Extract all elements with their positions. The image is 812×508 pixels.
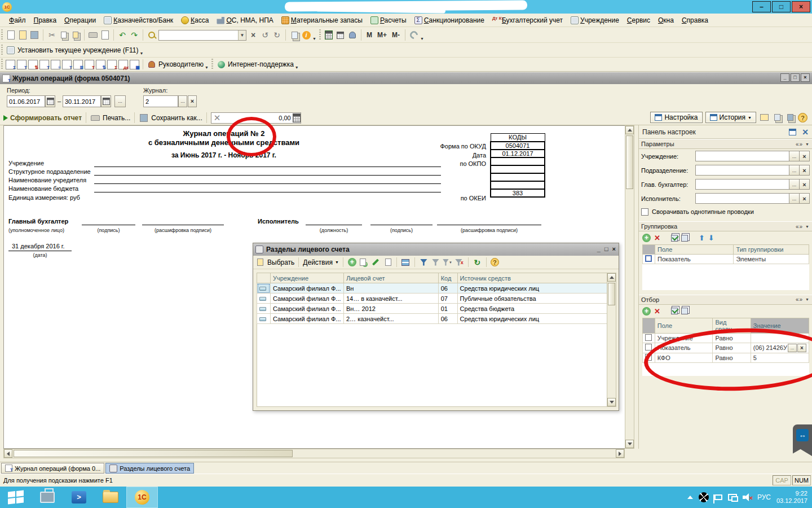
search-combobox[interactable]: ▼ <box>158 30 246 41</box>
date-to-input[interactable] <box>63 95 101 107</box>
report-icon-4[interactable]: Т <box>39 60 49 69</box>
table-row[interactable]: Самарский филиал Ф...Вн 06Средства юриди… <box>257 283 607 294</box>
table-row[interactable]: Самарский филиал Ф...Вн… 2012 01Средства… <box>257 304 607 314</box>
popup-close-button[interactable]: × <box>612 246 616 252</box>
menu-accounting[interactable]: Дт КтБухгалтерский учет <box>489 15 566 26</box>
undo-icon[interactable]: ↶ <box>117 30 127 40</box>
section-parameters[interactable]: Параметры « » ▼ <box>639 139 812 149</box>
select-button[interactable]: Выбрать <box>267 259 294 266</box>
network-icon[interactable] <box>728 494 737 501</box>
date-from-input[interactable] <box>7 95 45 107</box>
grouping-delete-icon[interactable]: ✕ <box>654 234 660 242</box>
mdi-close-button[interactable]: × <box>801 73 810 82</box>
delete-icon[interactable]: x <box>383 257 392 267</box>
amount-field[interactable]: ✕ 0,00 <box>211 112 301 124</box>
institution-dropdown-icon[interactable]: ▼ <box>139 51 143 55</box>
menu-edit[interactable]: Правка <box>30 15 60 26</box>
tray-expand-icon[interactable] <box>687 496 693 499</box>
settings-button[interactable]: Настройка <box>650 112 702 123</box>
save-icon[interactable] <box>29 30 39 40</box>
filter-col-value[interactable]: Значение <box>751 318 809 333</box>
internet-support-button[interactable]: Интернет-поддержка <box>228 60 294 68</box>
server-manager-button[interactable] <box>32 487 63 508</box>
report-icon-3[interactable]: ⇅ <box>28 60 38 69</box>
paste-icon[interactable] <box>70 30 81 40</box>
start-button[interactable] <box>0 487 32 508</box>
history-forward-icon[interactable]: ↻ <box>272 30 282 40</box>
scroll-up-button[interactable] <box>625 126 634 134</box>
amount-clear-icon[interactable]: ✕ <box>211 113 223 123</box>
param-chief-clear[interactable]: × <box>800 179 810 190</box>
print-preview-icon[interactable] <box>100 30 110 40</box>
report-icon-1[interactable]: Σ <box>6 60 15 69</box>
menu-file[interactable]: Файл <box>6 15 29 26</box>
menu-sanctioning[interactable]: ΣСанкционирование <box>411 15 488 26</box>
toolbar-grip[interactable] <box>319 29 321 41</box>
save-settings-icon[interactable] <box>785 112 795 122</box>
copy-icon[interactable] <box>59 30 69 40</box>
1c-app-button[interactable]: 1С <box>126 487 158 508</box>
menu-cash[interactable]: Касса <box>178 15 212 26</box>
menu-service[interactable]: Сервис <box>624 15 654 26</box>
date-to-calendar-button[interactable] <box>101 95 111 107</box>
collapse-down-icon[interactable]: ▼ <box>805 142 810 146</box>
filter-row-checkbox[interactable] <box>645 334 652 341</box>
info-dropdown-icon[interactable]: ▼ <box>312 37 316 41</box>
calculator-icon[interactable] <box>293 113 301 122</box>
column-header-code[interactable]: Код <box>438 273 457 283</box>
menu-windows[interactable]: Окна <box>655 15 677 26</box>
param-institution-input[interactable] <box>695 151 789 161</box>
grouping-row-checkbox[interactable] <box>645 255 652 262</box>
add-icon[interactable]: + <box>347 257 357 267</box>
tab-account-sections[interactable]: Разделы лицевого счета <box>105 463 194 474</box>
column-header-source[interactable]: Источник средств <box>457 273 607 283</box>
filter-row[interactable]: Показатель Равно (06) 21426У ... × <box>643 343 809 353</box>
mail-icon[interactable] <box>759 112 769 122</box>
service-dropdown-icon[interactable]: ▼ <box>420 37 424 41</box>
scroll-up-button[interactable] <box>607 273 616 282</box>
list-levels-icon[interactable] <box>401 257 411 267</box>
filter-row-checkbox[interactable] <box>645 354 652 361</box>
calculator-icon[interactable] <box>324 30 334 40</box>
maximize-button[interactable]: □ <box>772 1 791 12</box>
search-icon[interactable] <box>147 30 157 40</box>
manager-menu-button[interactable]: Руководителю <box>158 60 204 68</box>
report-vertical-scrollbar[interactable] <box>625 125 634 449</box>
collapse-down-icon[interactable]: ▼ <box>805 297 810 301</box>
tab-journal[interactable]: Т Журнал операций (форма 0... <box>1 463 104 474</box>
save-as-button[interactable]: Сохранить как... <box>151 114 202 122</box>
report-icon-6[interactable]: Т <box>62 60 72 69</box>
filter-row-checkbox[interactable] <box>645 344 652 351</box>
close-button[interactable]: × <box>792 1 810 12</box>
report-icon-5[interactable]: ≡ <box>51 60 60 69</box>
scroll-down-button[interactable] <box>625 440 634 448</box>
memory-minus-button[interactable]: М- <box>390 31 401 39</box>
manager-dropdown-icon[interactable]: ▼ <box>205 65 209 69</box>
collapse-right-icon[interactable]: » <box>800 296 804 303</box>
scroll-down-button[interactable] <box>607 398 616 406</box>
param-division-input[interactable] <box>695 165 789 176</box>
toolbar-grip[interactable] <box>211 59 213 69</box>
redo-icon[interactable]: ↷ <box>129 30 139 40</box>
filter-row[interactable]: КФО Равно 5 <box>643 353 809 362</box>
search-input[interactable] <box>159 31 238 40</box>
mdi-minimize-button[interactable]: _ <box>780 73 789 82</box>
check-all-icon[interactable] <box>671 235 678 242</box>
report-icon-8[interactable]: Т <box>85 60 94 69</box>
report-icon-7[interactable]: ≣ <box>73 60 83 69</box>
journal-picker-button[interactable]: ... <box>178 95 187 107</box>
add-copy-icon[interactable]: + <box>359 257 369 267</box>
clock[interactable]: 9:22 03.12.2017 <box>776 490 807 505</box>
param-institution-clear[interactable]: × <box>800 151 810 161</box>
filter-icon[interactable] <box>431 257 440 267</box>
report-horizontal-scrollbar[interactable] <box>3 449 625 458</box>
popup-help-button[interactable]: ? <box>491 258 499 266</box>
table-row[interactable]: Самарский филиал Ф...2… казначейст... 06… <box>257 314 607 324</box>
memory-plus-button[interactable]: М+ <box>376 31 389 39</box>
panel-properties-icon[interactable] <box>789 129 796 135</box>
tray-app-icon[interactable] <box>699 492 709 502</box>
grouping-row[interactable]: Показатель Элементы <box>643 255 809 264</box>
mdi-maximize-button[interactable]: □ <box>791 73 800 82</box>
action-center-icon[interactable] <box>714 494 722 500</box>
generate-report-button[interactable]: Сформировать отчет <box>10 114 82 122</box>
